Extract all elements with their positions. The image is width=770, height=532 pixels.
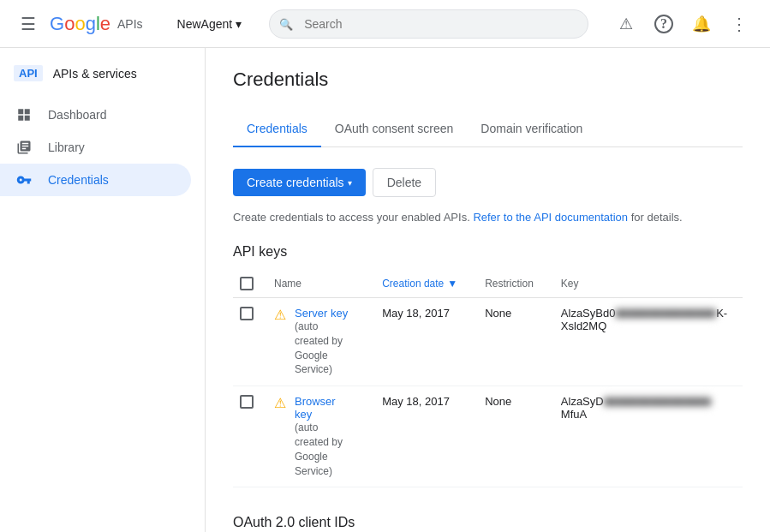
logo-g2: g [86, 13, 96, 35]
api-keys-section: API keys Name Creation date ▼ Restrictio… [233, 244, 743, 487]
sidebar-item-dashboard[interactable]: Dashboard [0, 99, 191, 131]
project-chevron-icon: ▾ [236, 17, 242, 31]
api-documentation-link[interactable]: Refer to the API documentation [473, 211, 628, 224]
col-creation-date-sort[interactable]: Creation date ▼ [382, 278, 457, 290]
info-text-after: for details. [631, 211, 683, 224]
topbar: ☰ G o o g l e APIs NewAgent ▾ 🔍 ⚠ ? 🔔 [0, 0, 770, 48]
api-keys-select-all-checkbox[interactable] [240, 277, 254, 290]
col-creation-date-label: Creation date [382, 278, 444, 290]
row2-key: AlzaSyD■■■■■■■■■■■■■■■■MfuA [547, 386, 743, 487]
logo-o2: o [75, 13, 85, 35]
sidebar-title: APIs & services [53, 67, 137, 81]
page-title: Credentials [233, 69, 743, 91]
logo-e: e [100, 13, 110, 35]
row2-name-link[interactable]: Browser key [295, 395, 355, 421]
sidebar-item-label-dashboard: Dashboard [48, 108, 107, 122]
oauth-section: OAuth 2.0 client IDs Name Creation date … [233, 515, 743, 532]
row2-key-blur: ■■■■■■■■■■■■■■■■ [604, 395, 712, 408]
credentials-icon [14, 172, 34, 188]
row2-name-cell: ⚠ Browser key (auto created byGoogle Ser… [274, 395, 355, 478]
more-icon: ⋮ [731, 14, 748, 34]
col-restriction: Restriction [471, 270, 547, 298]
help-icon-button[interactable]: ? [647, 7, 681, 41]
create-credentials-label: Create credentials [247, 176, 344, 189]
row2-checkbox[interactable] [240, 395, 254, 409]
table-row: ⚠ Server key (auto created byGoogle Serv… [233, 298, 743, 386]
tab-oauth-consent[interactable]: OAuth consent screen [321, 111, 468, 147]
row1-checkbox[interactable] [240, 307, 254, 320]
library-icon [14, 140, 34, 155]
sidebar-item-label-credentials: Credentials [48, 173, 109, 187]
tab-credentials[interactable]: Credentials [233, 111, 321, 147]
row2-name-sub: (auto created byGoogle Service) [295, 421, 355, 478]
oauth-title: OAuth 2.0 client IDs [233, 515, 743, 530]
bell-icon: 🔔 [692, 15, 711, 33]
row1-restriction: None [471, 298, 547, 386]
logo-apis: APIs [117, 17, 143, 31]
row1-name-sub: (auto created byGoogle Service) [295, 320, 355, 377]
delete-button[interactable]: Delete [373, 168, 436, 197]
api-keys-title: API keys [233, 244, 743, 260]
google-logo: G o o g l e APIs [50, 13, 143, 35]
alert-icon-button[interactable]: ⚠ [609, 7, 643, 41]
row2-restriction: None [471, 386, 547, 487]
sidebar-item-label-library: Library [48, 140, 85, 154]
sidebar-nav: Dashboard Library Credentials [0, 92, 205, 203]
toolbar: Create credentials ▾ Delete [233, 168, 743, 197]
tabs-bar: Credentials OAuth consent screen Domain … [233, 111, 743, 147]
search-input[interactable] [269, 9, 588, 39]
row1-key: AlzaSyBd0■■■■■■■■■■■■■■■K-Xsld2MQ [547, 298, 743, 386]
alert-icon: ⚠ [619, 15, 633, 33]
more-options-button[interactable]: ⋮ [722, 7, 756, 41]
sidebar-item-credentials[interactable]: Credentials [0, 164, 191, 196]
logo-g: G [50, 13, 64, 35]
warning-icon: ⚠ [274, 307, 286, 323]
row1-key-blur: ■■■■■■■■■■■■■■■ [615, 307, 716, 320]
notifications-icon-button[interactable]: 🔔 [684, 7, 719, 41]
main-content: Credentials Credentials OAuth consent sc… [206, 48, 770, 532]
sidebar: API APIs & services Dashboard Library [0, 48, 206, 532]
sidebar-item-library[interactable]: Library [0, 131, 191, 164]
row2-date: May 18, 2017 [368, 386, 471, 487]
info-text: Create credentials to access your enable… [233, 211, 743, 224]
google-wordmark: G o o g l e [50, 13, 110, 35]
main-layout: API APIs & services Dashboard Library [0, 48, 770, 532]
hamburger-menu[interactable]: ☰ [14, 7, 43, 41]
row1-name-cell: ⚠ Server key (auto created byGoogle Serv… [274, 307, 355, 377]
sidebar-header: API APIs & services [0, 55, 205, 92]
col-key: Key [547, 270, 743, 298]
col-name: Name [260, 270, 368, 298]
create-credentials-button[interactable]: Create credentials ▾ [233, 169, 366, 196]
info-text-before: Create credentials to access your enable… [233, 211, 470, 224]
project-name: NewAgent [177, 17, 233, 31]
api-keys-table: Name Creation date ▼ Restriction Key [233, 270, 743, 487]
search-bar: 🔍 [269, 9, 588, 39]
api-badge: API [14, 65, 43, 81]
create-chevron-icon: ▾ [348, 178, 352, 188]
logo-o1: o [64, 13, 75, 35]
search-icon: 🔍 [279, 17, 293, 30]
topbar-actions: ⚠ ? 🔔 ⋮ [609, 7, 756, 41]
row1-name-link[interactable]: Server key [295, 307, 355, 320]
table-row: ⚠ Browser key (auto created byGoogle Ser… [233, 386, 743, 487]
help-icon: ? [654, 15, 673, 33]
dashboard-icon [14, 107, 34, 123]
project-selector[interactable]: NewAgent ▾ [170, 14, 249, 34]
sort-arrow-icon: ▼ [447, 278, 457, 290]
tab-domain-verification[interactable]: Domain verification [467, 111, 596, 147]
row1-date: May 18, 2017 [368, 298, 471, 386]
warning-icon: ⚠ [274, 395, 286, 411]
